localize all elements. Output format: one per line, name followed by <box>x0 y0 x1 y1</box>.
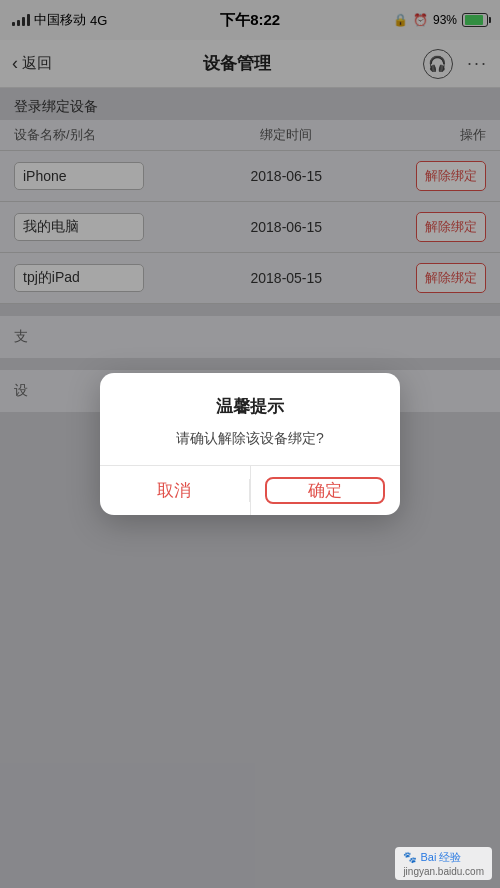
modal-title: 温馨提示 <box>124 395 376 418</box>
modal-confirm-wrap: 确定 <box>251 466 401 516</box>
cancel-button[interactable]: 取消 <box>100 479 250 502</box>
modal-dialog: 温馨提示 请确认解除该设备绑定? 取消 确定 <box>100 373 400 515</box>
modal-actions: 取消 确定 <box>100 465 400 515</box>
modal-message: 请确认解除该设备绑定? <box>124 428 376 449</box>
modal-overlay: 温馨提示 请确认解除该设备绑定? 取消 确定 <box>0 0 500 888</box>
watermark: 🐾 Bai 经验 jingyan.baidu.com <box>395 847 492 880</box>
modal-body: 温馨提示 请确认解除该设备绑定? <box>100 373 400 465</box>
modal-cancel-wrap: 取消 <box>100 466 251 516</box>
confirm-button[interactable]: 确定 <box>265 477 385 504</box>
modal-actions-inner: 取消 确定 <box>100 466 400 515</box>
